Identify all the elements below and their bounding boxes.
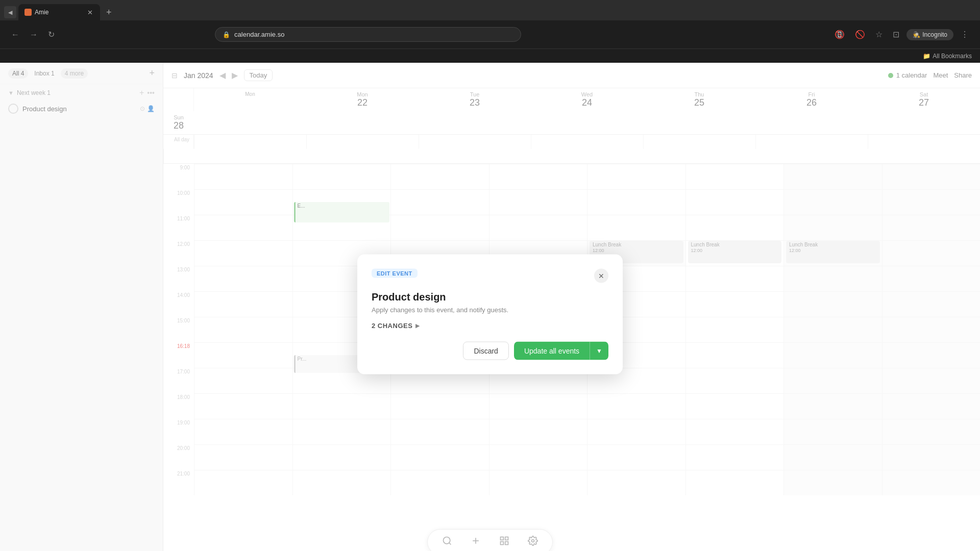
incognito-label: Incognito [922,31,947,38]
incognito-button[interactable]: 🕵 Incognito [906,29,953,40]
discard-button[interactable]: Discard [463,341,508,360]
tab-close-button[interactable]: ✕ [86,9,94,16]
address-text: calendar.amie.so [234,31,284,38]
edit-event-modal: EDIT EVENT ✕ Product design Apply change… [357,254,623,374]
all-bookmarks-link[interactable]: All Bookmarks [933,53,972,60]
tab-group-button[interactable]: ◀ [4,6,16,18]
incognito-icon: 🕵 [913,31,920,38]
modal-title: Product design [372,291,608,303]
changes-toggle[interactable]: 2 CHANGES ▶ [372,321,608,329]
eye-off-icon[interactable]: 🚫 [852,28,868,41]
forward-button[interactable]: → [27,28,41,41]
camera-off-icon[interactable]: 📵 [831,28,848,41]
changes-count-label: 2 CHANGES [372,321,412,329]
update-all-events-button[interactable]: Update all events [514,341,590,360]
update-button-group: Update all events ▼ [514,341,608,360]
new-tab-button[interactable]: + [102,7,116,18]
dropdown-arrow-icon: ▼ [596,347,602,354]
lock-icon: 🔒 [223,31,230,38]
reload-button[interactable]: ↻ [45,28,58,41]
update-dropdown-button[interactable]: ▼ [590,341,608,360]
active-tab[interactable]: Amie ✕ [18,4,100,20]
split-view-icon[interactable]: ⊡ [890,28,902,41]
tab-favicon [24,9,32,16]
modal-subtitle: Apply changes to this event, and notify … [372,306,608,313]
more-options-icon[interactable]: ⋮ [958,28,972,41]
changes-arrow-icon: ▶ [415,322,420,329]
bookmarks-folder-icon: 📁 [923,53,930,60]
address-bar[interactable]: 🔒 calendar.amie.so [215,27,521,42]
back-button[interactable]: ← [8,28,22,41]
modal-header: EDIT EVENT ✕ [372,268,608,283]
app-container: All 4 Inbox 1 4 more + ▼ Next week 1 + •… [0,63,980,551]
tab-title: Amie [35,9,83,16]
modal-close-button[interactable]: ✕ [594,268,608,283]
bookmark-star-icon[interactable]: ☆ [872,28,886,41]
modal-actions: Discard Update all events ▼ [372,341,608,360]
edit-event-badge: EDIT EVENT [372,268,418,278]
